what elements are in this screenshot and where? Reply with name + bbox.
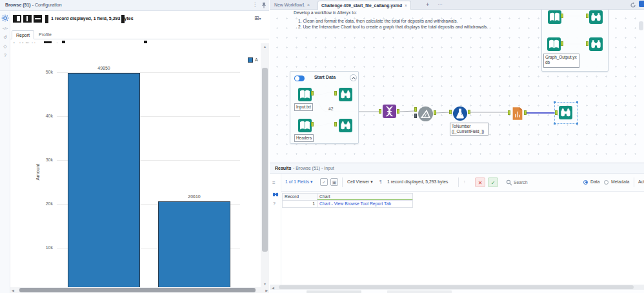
close-icon[interactable]: × bbox=[307, 3, 310, 7]
input-data-tool[interactable] bbox=[547, 37, 561, 51]
browse-tool[interactable] bbox=[339, 119, 352, 132]
input-anchor[interactable] bbox=[379, 109, 381, 114]
dropdown-icon: ▾ bbox=[370, 179, 372, 184]
tab-profile[interactable]: Profile bbox=[35, 30, 55, 39]
tab-challenge-active[interactable]: Challenge 409_start_file_caltang.yxmd× bbox=[317, 1, 411, 10]
chart-ytick-label: 50k bbox=[10, 70, 53, 74]
up-arrow-icon[interactable]: ↑ bbox=[463, 179, 465, 184]
chart-horizontal-scrollbar[interactable]: ◀ ▶ bbox=[10, 287, 269, 293]
tool-annotation-input[interactable]: Input.txt bbox=[294, 103, 313, 111]
pin-icon[interactable] bbox=[261, 2, 267, 9]
data-radio[interactable] bbox=[583, 180, 588, 185]
input-data-tool-inputtxt[interactable] bbox=[298, 88, 312, 101]
clipped-element bbox=[387, 290, 452, 293]
input-anchor[interactable] bbox=[414, 107, 417, 112]
dropdown-icon: ▾ bbox=[310, 179, 312, 184]
browse-tool[interactable] bbox=[589, 10, 603, 24]
circle-arrow-icon[interactable]: ↺ bbox=[1, 34, 9, 41]
output-anchor[interactable] bbox=[397, 109, 399, 114]
browse-tool[interactable] bbox=[589, 37, 603, 51]
search-input[interactable] bbox=[514, 178, 575, 187]
output-anchor[interactable] bbox=[561, 14, 563, 18]
data-cleansing-tool[interactable] bbox=[418, 106, 433, 121]
browse-tool-selected[interactable] bbox=[559, 106, 572, 119]
input-anchor[interactable] bbox=[586, 41, 589, 46]
errors-filter-button[interactable]: ✕ bbox=[475, 177, 485, 187]
collapse-container-icon[interactable] bbox=[350, 74, 357, 81]
fields-dropdown-label: 1 of 1 Fields bbox=[285, 179, 309, 184]
chart-bar-value-label: 49850 bbox=[68, 66, 140, 70]
output-anchor[interactable] bbox=[524, 110, 527, 115]
output-anchor[interactable] bbox=[311, 122, 314, 126]
tab-new-workflow[interactable]: New Workflow1× bbox=[271, 1, 313, 10]
input-anchor[interactable] bbox=[449, 110, 452, 114]
input-data-tool[interactable] bbox=[548, 10, 561, 24]
scroll-left-icon[interactable]: ◀ bbox=[12, 288, 14, 292]
input-anchor[interactable] bbox=[586, 14, 589, 18]
select-fields-icon[interactable]: ✓ bbox=[320, 178, 328, 186]
tag-icon[interactable]: ◇ bbox=[1, 43, 9, 50]
results-horizontal-scrollbar[interactable]: ◀ bbox=[270, 285, 644, 290]
scroll-left-icon[interactable]: ◀ bbox=[272, 286, 274, 290]
scroll-right-icon[interactable]: ▶ bbox=[265, 288, 268, 292]
new-tab-icon[interactable]: + bbox=[426, 1, 429, 8]
tool-annotation-formula[interactable]: ToNumber ([_CurrentField_]) bbox=[450, 123, 488, 136]
cell-viewer-dropdown[interactable]: Cell Viewer ▾ bbox=[347, 179, 373, 185]
vertical-scroll-thumb[interactable] bbox=[262, 68, 268, 252]
bar-chart: Amount A 50k40k30k20k10k4985020610 bbox=[10, 43, 259, 287]
xml-view-icon[interactable]: </> bbox=[1, 25, 9, 32]
cell-record-1[interactable]: 1 bbox=[282, 200, 317, 208]
metadata-radio[interactable] bbox=[604, 180, 609, 185]
output-anchor[interactable] bbox=[468, 110, 470, 114]
cell-chart-link[interactable]: Chart - View Browse Tool Report Tab bbox=[317, 200, 413, 208]
input-anchor[interactable] bbox=[334, 91, 337, 96]
data-radio-label[interactable]: Data bbox=[590, 179, 599, 184]
copy-table-icon[interactable]: ▣ bbox=[330, 178, 338, 186]
tab-report[interactable]: Report bbox=[12, 30, 34, 39]
help-icon[interactable]: ? bbox=[1, 52, 9, 59]
configuration-main: 1 record displayed, 1 field, 5,293 bytes… bbox=[10, 11, 269, 293]
scroll-down-icon[interactable]: ▼ bbox=[261, 282, 269, 286]
output-anchor[interactable] bbox=[561, 41, 563, 46]
grid-options-icon[interactable]: ⊞▾ bbox=[254, 15, 261, 21]
kebab-menu-icon[interactable]: ⋮ bbox=[252, 2, 257, 8]
horizontal-scroll-thumb[interactable] bbox=[279, 285, 634, 289]
metadata-radio-label[interactable]: Metadata bbox=[611, 179, 629, 184]
output-anchor[interactable] bbox=[311, 91, 314, 96]
output-anchor[interactable] bbox=[434, 110, 436, 115]
tool-annotation-headers[interactable]: Headers bbox=[294, 134, 314, 142]
refresh-icon[interactable] bbox=[630, 2, 636, 8]
optional-input-anchor[interactable] bbox=[414, 114, 417, 118]
actions-dropdown[interactable]: Actions ▾ bbox=[638, 179, 644, 185]
close-icon[interactable]: × bbox=[405, 3, 407, 8]
layout-single-icon[interactable] bbox=[13, 15, 21, 23]
horizontal-scroll-thumb[interactable] bbox=[19, 288, 256, 292]
cell-viewer-label: Cell Viewer bbox=[347, 179, 369, 184]
input-anchor[interactable] bbox=[334, 122, 337, 126]
workflow-canvas[interactable]: Develop a workflow in Alteryx to: 1. Cle… bbox=[270, 10, 644, 163]
container-title: Start Data bbox=[290, 75, 359, 79]
canvas-side-handle[interactable] bbox=[639, 21, 643, 30]
multi-field-formula-tool[interactable] bbox=[453, 106, 467, 121]
success-filter-button[interactable]: ✓ bbox=[488, 177, 498, 187]
dynamic-rename-tool[interactable] bbox=[383, 105, 396, 118]
input-anchor[interactable] bbox=[508, 110, 510, 115]
tab-overflow-icon[interactable]: … bbox=[438, 1, 443, 6]
scroll-up-icon[interactable]: ▲ bbox=[261, 45, 269, 48]
layout-columns-icon[interactable] bbox=[23, 15, 32, 23]
tool-annotation-output[interactable]: Graph_Output.yxdb bbox=[543, 54, 579, 68]
layout-rows-icon[interactable] bbox=[34, 15, 42, 23]
fields-dropdown[interactable]: 1 of 1 Fields ▾ bbox=[285, 179, 312, 185]
list-view-icon[interactable]: ≡ bbox=[272, 180, 276, 186]
output-container[interactable]: Graph_Output.yxdb bbox=[541, 10, 609, 72]
interactive-chart-tool[interactable] bbox=[512, 106, 523, 121]
paragraph-icon[interactable]: ¶ bbox=[379, 179, 382, 184]
input-data-tool-headers[interactable] bbox=[298, 119, 312, 132]
chart-vertical-scrollbar[interactable]: ▲ ▼ bbox=[261, 43, 269, 287]
browse-tool[interactable] bbox=[339, 88, 352, 101]
gear-icon[interactable] bbox=[1, 14, 9, 22]
schedule-button[interactable] bbox=[639, 1, 644, 7]
input-anchor[interactable] bbox=[555, 110, 558, 115]
bottom-sliver bbox=[270, 290, 644, 293]
annotation-line2: ([_CurrentField_]) bbox=[452, 129, 487, 134]
